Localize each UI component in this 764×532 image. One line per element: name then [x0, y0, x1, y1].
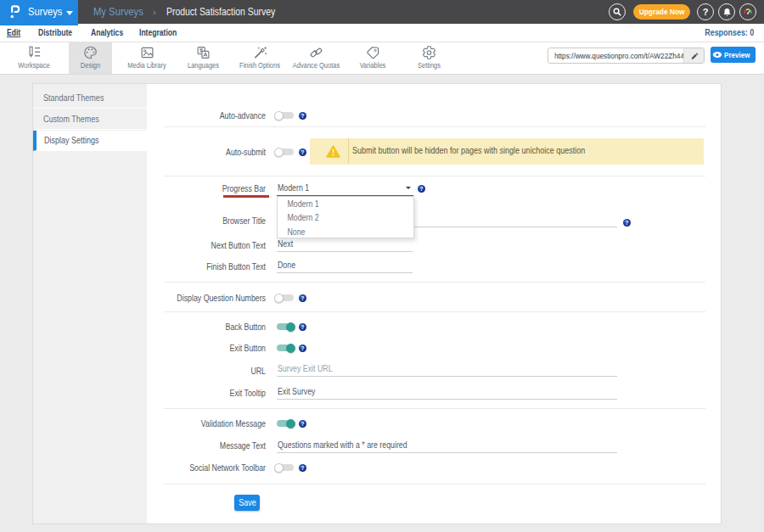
- social-network-toolbar-toggle[interactable]: [274, 462, 295, 473]
- tab-finish-options[interactable]: Finish Options: [235, 42, 284, 74]
- red-annotation-underline: [223, 195, 269, 198]
- input-placeholder: Survey Exit URL: [278, 361, 333, 376]
- menu-integration[interactable]: Integration: [139, 24, 177, 42]
- edit-url-button[interactable]: [683, 48, 704, 63]
- sidebar-item-standard-themes[interactable]: Standard Themes: [33, 88, 147, 109]
- toggle-knob: [274, 463, 284, 473]
- display-question-numbers-row: Display Question Numbers ?: [33, 289, 705, 306]
- back-button-row: Back Button ?: [33, 318, 705, 335]
- upgrade-now-label: Upgrade Now: [639, 4, 685, 20]
- divider: [164, 311, 705, 312]
- exit-url-label: URL: [61, 367, 266, 376]
- divider: [164, 484, 705, 484]
- search-button[interactable]: [609, 3, 626, 20]
- validation-message-label: Validation Message: [61, 419, 266, 428]
- message-text-label: Message Text: [61, 441, 266, 451]
- input-value: Exit Survey: [278, 384, 316, 399]
- tab-variables[interactable]: Variables: [348, 42, 397, 74]
- tab-label: Settings: [407, 61, 452, 70]
- preview-label: Preview: [724, 50, 750, 59]
- menu-edit[interactable]: Edit: [7, 24, 20, 42]
- languages-icon: [195, 45, 211, 60]
- exit-tooltip-input[interactable]: Exit Survey: [277, 384, 617, 400]
- progress-bar-label: Progress Bar: [61, 184, 266, 193]
- social-network-toolbar-help-icon[interactable]: ?: [299, 464, 306, 472]
- tab-media-library[interactable]: Media Library: [122, 42, 171, 74]
- input-value: Questions marked with a * are required: [278, 438, 407, 452]
- sidebar-item-label: Standard Themes: [43, 88, 104, 109]
- notifications-button[interactable]: [718, 3, 735, 20]
- toggle-knob: [274, 148, 284, 157]
- message-text-input[interactable]: Questions marked with a * are required: [277, 438, 617, 453]
- back-button-help-icon[interactable]: ?: [299, 323, 306, 331]
- exit-button-label: Exit Button: [61, 344, 266, 353]
- social-network-toolbar-row: Social Network Toolbar ?: [33, 459, 705, 476]
- back-button-label: Back Button: [61, 322, 266, 332]
- display-question-numbers-label: Display Question Numbers: [61, 294, 266, 303]
- toggle-knob: [286, 322, 295, 332]
- browser-title-help-icon[interactable]: ?: [623, 219, 631, 227]
- exit-url-input[interactable]: Survey Exit URL: [277, 361, 617, 377]
- eye-icon: [712, 51, 722, 59]
- responses-count[interactable]: Responses: 0: [705, 24, 754, 42]
- dropdown-option-none[interactable]: None: [278, 226, 397, 239]
- divider: [164, 126, 705, 127]
- back-button-toggle[interactable]: [274, 322, 295, 332]
- breadcrumb-separator: ›: [153, 0, 156, 24]
- display-question-numbers-toggle[interactable]: [274, 293, 295, 303]
- validation-message-help-icon[interactable]: ?: [299, 420, 306, 428]
- progress-bar-help-icon[interactable]: ?: [418, 185, 425, 193]
- tab-label: Design: [71, 61, 110, 70]
- advance-quotas-icon: [308, 45, 324, 60]
- save-button[interactable]: Save: [234, 495, 260, 511]
- exit-button-toggle[interactable]: [274, 343, 295, 353]
- tab-design[interactable]: Design: [69, 42, 112, 74]
- warning-text: Submit button will be hidden for pages w…: [352, 138, 585, 164]
- menu-bar: Edit Distribute Analytics Integration Re…: [0, 24, 764, 42]
- exit-button-row: Exit Button ?: [33, 339, 705, 356]
- top-bar: Surveys My Surveys › Product Satisfactio…: [0, 0, 764, 24]
- display-question-numbers-help-icon[interactable]: ?: [299, 294, 306, 302]
- tab-languages[interactable]: Languages: [178, 42, 228, 74]
- exit-tooltip-label: Exit Tooltip: [61, 389, 266, 398]
- breadcrumb-section[interactable]: My Surveys: [93, 0, 143, 24]
- auto-submit-toggle[interactable]: [274, 147, 295, 157]
- toggle-knob: [286, 419, 295, 428]
- variables-icon: [365, 45, 381, 60]
- dropdown-option-modern1[interactable]: Modern 1: [278, 198, 397, 211]
- auto-advance-help-icon[interactable]: ?: [299, 112, 306, 120]
- menu-distribute[interactable]: Distribute: [38, 24, 72, 42]
- menu-analytics[interactable]: Analytics: [91, 24, 123, 42]
- pencil-icon: [690, 52, 699, 60]
- breadcrumb-survey-title: Product Satisfaction Survey: [166, 0, 275, 24]
- product-switcher[interactable]: Surveys: [0, 0, 78, 25]
- exit-button-help-icon[interactable]: ?: [299, 344, 306, 352]
- divider: [164, 176, 705, 176]
- auto-advance-row: Auto-advance ?: [33, 107, 705, 124]
- help-button[interactable]: ?: [697, 3, 714, 20]
- preview-button[interactable]: Preview: [711, 47, 756, 63]
- warning-triangle-icon: [326, 145, 340, 158]
- search-icon: [612, 7, 622, 17]
- toggle-knob: [286, 344, 295, 353]
- validation-message-toggle[interactable]: [274, 418, 295, 428]
- survey-url-input[interactable]: [548, 48, 690, 63]
- product-name: Surveys: [28, 0, 62, 24]
- progress-bar-select[interactable]: Modern 1: [277, 181, 413, 196]
- auto-submit-help-icon[interactable]: ?: [299, 148, 306, 156]
- tab-label: Workspace: [12, 61, 55, 70]
- warning-divider: [348, 138, 349, 164]
- tab-workspace[interactable]: Workspace: [9, 42, 59, 74]
- media-library-icon: [139, 45, 155, 60]
- tab-advance-quotas[interactable]: Advance Quotas: [287, 42, 345, 74]
- auto-advance-toggle[interactable]: [274, 110, 295, 120]
- usage-meter-button[interactable]: [739, 3, 756, 20]
- finish-button-input[interactable]: Done: [277, 258, 413, 273]
- questionpro-logo-icon: [9, 3, 21, 20]
- tab-settings[interactable]: Settings: [404, 42, 454, 74]
- settings-card: Standard Themes Custom Themes Display Se…: [32, 83, 722, 524]
- survey-url-group: [548, 48, 705, 64]
- upgrade-now-button[interactable]: Upgrade Now: [633, 4, 690, 20]
- tab-label: Variables: [351, 61, 394, 70]
- dropdown-option-modern2[interactable]: Modern 2: [278, 211, 397, 225]
